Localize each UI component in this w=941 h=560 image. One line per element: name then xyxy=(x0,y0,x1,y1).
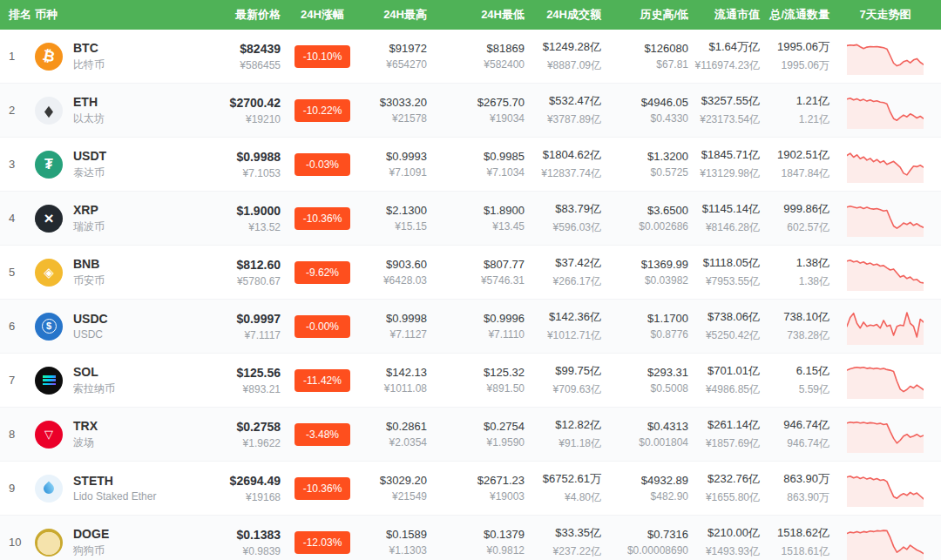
high-cny: ¥7.1091 xyxy=(364,166,427,179)
table-row[interactable]: 6 $ USDC USDC $0.9997 ¥7.1117 -0.00% $0.… xyxy=(0,300,941,354)
table-row[interactable]: 2 ◆ ETH 以太坊 $2700.42 ¥19210 -10.22% $303… xyxy=(0,84,941,138)
hist-low: $0.03982 xyxy=(601,274,688,287)
price-usd: $0.1383 xyxy=(218,528,281,542)
mcap-cny: ¥8146.28亿 xyxy=(688,220,760,235)
high-usd: $3033.20 xyxy=(364,96,427,109)
table-row[interactable]: 9 STETH Lido Staked Ether $2694.49 ¥1916… xyxy=(0,462,941,516)
high-usd: $142.13 xyxy=(364,366,427,379)
coin-symbol: BTC xyxy=(73,41,105,55)
rank-number: 10 xyxy=(0,536,35,549)
coin-symbol: XRP xyxy=(73,203,105,217)
volume-usd: $83.79亿 xyxy=(525,201,601,217)
sparkline-chart xyxy=(829,470,941,507)
table-row[interactable]: 3 ₮ USDT 泰达币 $0.9988 ¥7.1053 -0.03% $0.9… xyxy=(0,138,941,192)
table-row[interactable]: 8 ▽ TRX 波场 $0.2758 ¥1.9622 -3.48% $0.286… xyxy=(0,408,941,462)
high-cny: ¥1011.08 xyxy=(364,382,427,395)
volume-usd: $99.75亿 xyxy=(525,363,601,379)
table-row[interactable]: 4 × XRP 瑞波币 $1.9000 ¥13.52 -10.36% $2.13… xyxy=(0,192,941,246)
hist-high-low-cell: $4946.05 $0.4330 xyxy=(601,96,688,125)
change-cell: -9.62% xyxy=(281,261,364,284)
coin-name: 狗狗币 xyxy=(73,543,109,558)
coin-glyph: ◆ xyxy=(44,103,53,118)
price-usd: $0.2758 xyxy=(218,420,281,434)
volume-cny: ¥237.22亿 xyxy=(525,544,601,559)
low-usd: $125.32 xyxy=(427,366,525,379)
header-spark: 7天走势图 xyxy=(829,7,941,23)
change-cell: -0.00% xyxy=(281,315,364,338)
rank-number: 2 xyxy=(0,104,35,117)
coin-symbol: USDT xyxy=(73,149,106,163)
sparkline-svg xyxy=(847,92,924,129)
change-cell: -0.03% xyxy=(281,153,364,176)
price-cny: ¥0.9839 xyxy=(218,545,281,557)
market-cap-cell: $3257.55亿 ¥23173.54亿 xyxy=(688,93,760,127)
table-row[interactable]: 1 ₿ BTC 比特币 $82439 ¥586455 -10.10% $9197… xyxy=(0,30,941,84)
price-cny: ¥1.9622 xyxy=(218,437,281,449)
24h-high-cell: $2.1300 ¥15.15 xyxy=(364,204,427,233)
qty-circ: 946.74亿 xyxy=(760,436,829,451)
24h-low-cell: $2675.70 ¥19034 xyxy=(427,96,525,125)
sparkline-chart xyxy=(829,308,941,345)
volume-usd: $142.36亿 xyxy=(525,309,601,325)
volume-usd: $1249.28亿 xyxy=(525,39,601,55)
coin-icon: ◈ xyxy=(35,259,63,287)
price-cny: ¥7.1053 xyxy=(218,167,281,179)
high-cny: ¥1.1303 xyxy=(364,544,427,557)
change-cell: -10.36% xyxy=(281,207,364,230)
hist-high: $126080 xyxy=(601,42,688,55)
high-usd: $0.9998 xyxy=(364,312,427,325)
rank-number: 8 xyxy=(0,428,35,441)
table-row[interactable]: 7 SOL 索拉纳币 $125.56 ¥893.21 -11.42% $142.… xyxy=(0,354,941,408)
sparkline-svg xyxy=(847,200,924,237)
change-cell: -10.36% xyxy=(281,477,364,500)
high-cny: ¥2.0354 xyxy=(364,436,427,449)
qty-circ: 5.59亿 xyxy=(760,382,829,397)
latest-price-cell: $0.9988 ¥7.1053 xyxy=(218,150,281,179)
volume-usd: $532.47亿 xyxy=(525,93,601,109)
mcap-cny: ¥5250.42亿 xyxy=(688,328,760,343)
price-usd: $0.9988 xyxy=(218,150,281,164)
hist-low: $0.001804 xyxy=(601,436,688,449)
table-row[interactable]: 10 DOGE 狗狗币 $0.1383 ¥0.9839 -12.03% $0.1… xyxy=(0,516,941,560)
coin-glyph: ₿ xyxy=(41,48,56,65)
low-cny: ¥7.1110 xyxy=(427,328,525,341)
qty-total: 1.21亿 xyxy=(760,93,829,109)
24h-low-cell: $81869 ¥582400 xyxy=(427,42,525,71)
qty-total: 999.86亿 xyxy=(760,201,829,217)
coin-name: USDC xyxy=(73,328,108,341)
market-cap-cell: $738.06亿 ¥5250.42亿 xyxy=(688,309,760,343)
24h-low-cell: $1.8900 ¥13.45 xyxy=(427,204,525,233)
24h-high-cell: $0.9993 ¥7.1091 xyxy=(364,150,427,179)
volume-cny: ¥12837.74亿 xyxy=(525,166,601,181)
volume-cny: ¥91.18亿 xyxy=(525,436,601,451)
sparkline-chart xyxy=(829,362,941,399)
change-badge: -10.36% xyxy=(294,477,350,500)
coin-name: 泰达币 xyxy=(73,165,106,180)
rank-number: 9 xyxy=(0,482,35,495)
volume-usd: $6752.61万 xyxy=(525,471,601,487)
mcap-cny: ¥1493.93亿 xyxy=(688,544,760,559)
low-usd: $0.2754 xyxy=(427,420,525,433)
qty-circ: 863.90万 xyxy=(760,490,829,505)
hist-high: $3.6500 xyxy=(601,204,688,217)
market-cap-cell: $232.76亿 ¥1655.80亿 xyxy=(688,471,760,505)
hist-low: $0.00008690 xyxy=(601,544,688,557)
volume-cny: ¥4.80亿 xyxy=(525,490,601,505)
24h-volume-cell: $1249.28亿 ¥8887.09亿 xyxy=(525,39,601,73)
qty-circ: 1847.84亿 xyxy=(760,166,829,181)
table-row[interactable]: 5 ◈ BNB 币安币 $812.60 ¥5780.67 -9.62% $903… xyxy=(0,246,941,300)
low-usd: $0.9996 xyxy=(427,312,525,325)
24h-high-cell: $91972 ¥654270 xyxy=(364,42,427,71)
high-cny: ¥654270 xyxy=(364,58,427,71)
coin-cell: SOL 索拉纳币 xyxy=(35,365,218,396)
24h-high-cell: $0.2861 ¥2.0354 xyxy=(364,420,427,449)
supply-cell: 1518.62亿 1518.61亿 xyxy=(760,525,829,559)
mcap-usd: $1118.05亿 xyxy=(688,255,760,271)
change-badge: -0.00% xyxy=(294,315,350,338)
qty-total: 1902.51亿 xyxy=(760,147,829,163)
market-cap-cell: $1845.71亿 ¥13129.98亿 xyxy=(688,147,760,181)
coin-name: 以太坊 xyxy=(73,111,105,126)
high-usd: $903.60 xyxy=(364,258,427,271)
coin-glyph: ◈ xyxy=(44,266,54,279)
supply-cell: 1.21亿 1.21亿 xyxy=(760,93,829,127)
